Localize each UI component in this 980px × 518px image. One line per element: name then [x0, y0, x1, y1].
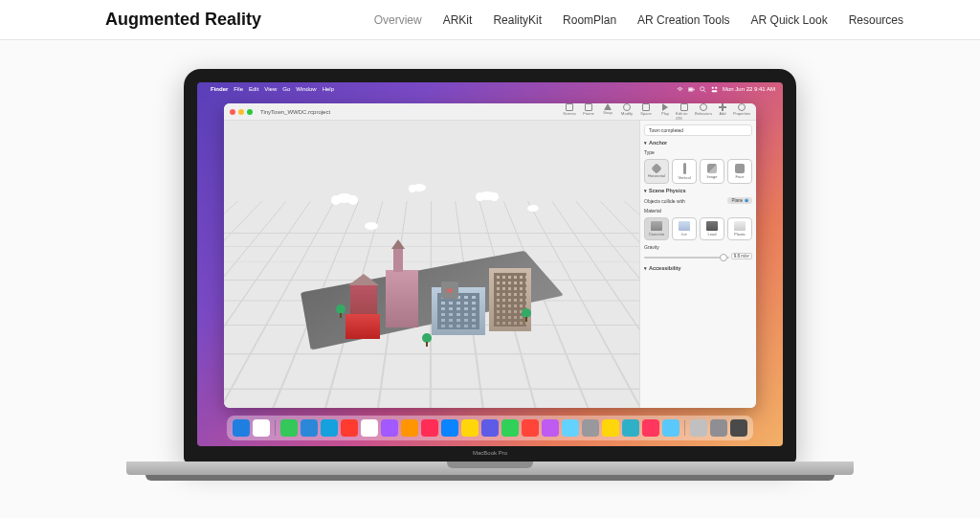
nav-link-resources[interactable]: Resources [849, 13, 903, 27]
laptop-notch [447, 462, 533, 468]
dock-app-icon[interactable] [341, 419, 358, 437]
nav-link-overview[interactable]: Overview [374, 13, 422, 27]
menubar-help[interactable]: Help [323, 86, 334, 92]
material-ice[interactable]: Ice [672, 217, 697, 240]
menubar-view[interactable]: View [264, 86, 277, 92]
dock-app-icon[interactable] [461, 419, 479, 437]
cloud-icon [412, 184, 426, 191]
laptop-label: MacBook Pro [473, 450, 507, 456]
toolbar-frame[interactable]: Frame [580, 103, 597, 121]
dock-app-icon[interactable] [582, 419, 599, 437]
section-anchor[interactable]: Anchor [644, 140, 752, 146]
building-hospital [432, 287, 485, 335]
dock-app-icon[interactable] [441, 419, 458, 437]
building-church [386, 270, 418, 327]
svg-point-3 [701, 86, 704, 90]
menubar-edit[interactable]: Edit [249, 86, 258, 92]
dock-app-icon[interactable] [662, 419, 679, 437]
zoom-icon[interactable] [247, 109, 253, 115]
toolbar-properties[interactable]: Properties [733, 103, 750, 121]
svg-line-4 [704, 90, 706, 92]
dock-app-icon[interactable] [710, 419, 727, 437]
dock-app-icon[interactable] [522, 419, 539, 437]
dock-app-icon[interactable] [280, 419, 298, 437]
toolbar-snap[interactable]: Snap [599, 103, 616, 121]
nav-link-roomplan[interactable]: RoomPlan [563, 13, 616, 27]
material-lead[interactable]: Lead [700, 217, 724, 240]
section-accessibility[interactable]: Accessibility [644, 265, 752, 271]
cloud-icon [365, 222, 378, 230]
nav-link-ar-creation-tools[interactable]: AR Creation Tools [637, 13, 730, 27]
material-concrete[interactable]: Concrete [644, 217, 669, 240]
nav-link-ar-quick-look[interactable]: AR Quick Look [751, 13, 828, 27]
dock-app-icon[interactable] [501, 419, 519, 437]
toolbar-add[interactable]: Add [714, 103, 731, 121]
anchor-type-vertical[interactable]: Vertical [672, 159, 697, 184]
gravity-label: Gravity [644, 244, 752, 250]
nav-link-arkit[interactable]: ARKit [443, 13, 473, 27]
dock-app-icon[interactable] [730, 419, 747, 437]
anchor-type-tiles: Horizontal Vertical Image Face [644, 159, 752, 184]
battery-icon[interactable] [688, 86, 695, 93]
window-title: TinyTown_WWDC.rcproject [260, 109, 330, 115]
collide-row: Objects collide with Plane⊗ [644, 197, 752, 204]
minimize-icon[interactable] [238, 109, 244, 115]
building-firestation [345, 314, 380, 339]
dock-app-icon[interactable] [253, 419, 270, 437]
section-scene-physics[interactable]: Scene Physics [644, 188, 752, 193]
cloud-icon [479, 191, 495, 200]
gravity-slider[interactable]: 9.8 m/s² [644, 254, 752, 261]
tree-icon [422, 333, 432, 343]
menubar-go[interactable]: Go [282, 86, 290, 92]
anchor-type-image[interactable]: Image [700, 159, 724, 184]
search-icon[interactable] [700, 86, 706, 93]
dock-app-icon[interactable] [562, 419, 579, 437]
toolbar-play[interactable]: Play [657, 103, 674, 121]
dock-app-icon[interactable] [301, 419, 318, 437]
dock-separator [684, 420, 685, 436]
close-icon[interactable] [230, 109, 235, 115]
dock-app-icon[interactable] [690, 419, 707, 437]
menubar-window[interactable]: Window [296, 86, 316, 92]
wifi-icon[interactable] [677, 86, 683, 93]
chip-remove-icon[interactable]: ⊗ [745, 198, 748, 203]
collide-value-chip[interactable]: Plane⊗ [727, 197, 752, 204]
dock-app-icon[interactable] [361, 419, 378, 437]
toolbar-scenes[interactable]: Scenes [561, 103, 578, 121]
toolbar-behaviors[interactable]: Behaviors [695, 103, 712, 121]
nav-link-realitykit[interactable]: RealityKit [493, 13, 542, 27]
dock-app-icon[interactable] [622, 419, 639, 437]
dock-app-icon[interactable] [421, 419, 438, 437]
dock-app-icon[interactable] [401, 419, 418, 437]
laptop-bezel: Finder File Edit View Go Window Help Mon… [184, 69, 796, 463]
dock-app-icon[interactable] [602, 419, 619, 437]
svg-rect-1 [689, 88, 693, 90]
control-center-icon[interactable] [711, 86, 718, 93]
menubar-file[interactable]: File [234, 86, 243, 92]
menubar-app-name[interactable]: Finder [211, 86, 228, 92]
anchor-type-horizontal[interactable]: Horizontal [644, 159, 669, 184]
dock-app-icon[interactable] [642, 419, 659, 437]
slider-thumb-icon[interactable] [720, 254, 727, 261]
dock-app-icon[interactable] [542, 419, 559, 437]
scene-breadcrumb[interactable]: Town completed [644, 124, 752, 136]
material-plastic[interactable]: Plastic [727, 217, 752, 240]
anchor-type-face[interactable]: Face [727, 159, 752, 184]
toolbar-modify[interactable]: Modify [618, 103, 635, 121]
reality-composer-window: TinyTown_WWDC.rcproject Scenes Frame Sna… [224, 103, 756, 408]
toolbar-space[interactable]: Space [637, 103, 655, 121]
dock-app-icon[interactable] [233, 419, 250, 437]
material-tiles: Concrete Ice Lead Plastic [644, 217, 752, 240]
menubar-right: Mon Jun 22 9:41 AM [677, 86, 775, 93]
toolbar-edit-on-ios[interactable]: Edit on iOS [676, 103, 693, 121]
macos-menubar: Finder File Edit View Go Window Help Mon… [197, 82, 783, 96]
menubar-clock[interactable]: Mon Jun 22 9:41 AM [723, 86, 775, 92]
page-title: Augmented Reality [105, 10, 261, 30]
dock-app-icon[interactable] [321, 419, 338, 437]
gravity-value[interactable]: 9.8 m/s² [731, 253, 752, 259]
dock-app-icon[interactable] [481, 419, 499, 437]
scene-canvas[interactable]: H [224, 121, 639, 408]
top-nav: Augmented Reality Overview ARKit Reality… [0, 0, 980, 40]
laptop-screen: Finder File Edit View Go Window Help Mon… [197, 82, 783, 446]
dock-app-icon[interactable] [381, 419, 398, 437]
